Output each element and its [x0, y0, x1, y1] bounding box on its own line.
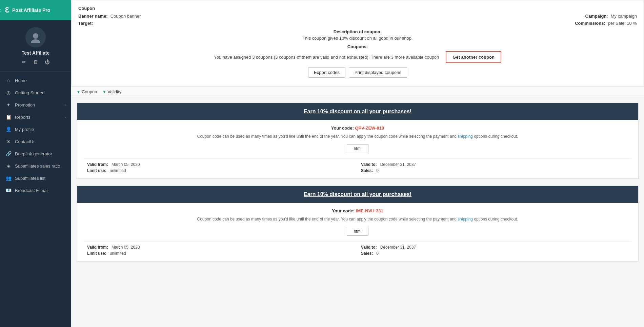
limit-label-2: Limit use: — [87, 251, 106, 256]
coupon-cards-container: Earn 10% discount on all your purchases!… — [71, 97, 644, 274]
sidebar-item-home[interactable]: ⌂ Home — [0, 74, 71, 86]
valid-to-label-2: Valid to: — [361, 245, 377, 250]
sidebar-header: ‹ ℇ Post Affiliate Pro — [0, 0, 71, 20]
sidebar-item-getting-started[interactable]: ◎ Getting Started — [0, 86, 71, 99]
html-btn-row-1: html — [84, 144, 631, 153]
sidebar-item-label: Broadcast E-mail — [15, 188, 66, 193]
profile-icon: 👤 — [5, 127, 12, 132]
sales-value-2: 0 — [376, 251, 379, 256]
limit-use-row-2: Limit use: unlimited — [87, 251, 354, 256]
valid-to-value-2: December 31, 2037 — [380, 245, 416, 250]
coupon-col-label: Coupon — [82, 89, 97, 94]
sales-row-1: Sales: 0 — [361, 168, 628, 173]
banner-name-value: Coupon banner — [110, 14, 141, 19]
limit-use-row-1: Limit use: unlimited — [87, 168, 354, 173]
info-row-1: Banner name: Coupon banner Campaign: My … — [78, 14, 637, 19]
email-icon: 📧 — [5, 188, 12, 193]
validity-col-label: Validity — [107, 89, 121, 94]
coupon-info-panel: Coupon Banner name: Coupon banner Campai… — [71, 0, 644, 86]
validity-column-header[interactable]: ▼ Validity — [102, 89, 121, 94]
logo-icon: ℇ — [5, 6, 9, 14]
coupon-banner-2: Earn 10% discount on all your purchases! — [77, 186, 638, 203]
shipping-link-1[interactable]: shipping — [458, 134, 473, 139]
valid-to-label-1: Valid to: — [361, 162, 377, 167]
sidebar-item-label: Home — [15, 78, 66, 83]
html-btn-row-2: html — [84, 227, 631, 236]
sidebar-item-label: Subaffiliates list — [15, 176, 66, 181]
home-icon: ⌂ — [5, 78, 12, 83]
sidebar-item-promotion[interactable]: ✦ Promotion › — [0, 99, 71, 111]
chevron-down-icon: ▼ — [77, 90, 80, 94]
sidebar-item-label: Promotion — [15, 102, 61, 108]
shipping-link-2[interactable]: shipping — [458, 217, 473, 222]
html-button-1[interactable]: html — [347, 144, 369, 153]
ratio-icon: ◈ — [5, 163, 12, 169]
chevron-right-icon: › — [65, 103, 66, 107]
table-header: ▼ Coupon ▼ Validity — [71, 86, 644, 97]
campaign-label: Campaign: — [585, 14, 608, 19]
coupon-code-line-1: Your code: QPV-ZEW-810 — [84, 126, 631, 131]
target-label: Target: — [78, 21, 93, 26]
coupon-meta-2: Valid from: March 05, 2020 Limit use: un… — [84, 241, 631, 256]
get-another-coupon-button[interactable]: Get another coupon — [446, 51, 501, 63]
meta-col-left-1: Valid from: March 05, 2020 Limit use: un… — [84, 162, 358, 173]
commissions-label: Commissions: — [575, 21, 605, 26]
banner-name-field: Banner name: Coupon banner — [78, 14, 141, 19]
valid-from-label-1: Valid from: — [87, 162, 108, 167]
campaign-value: My campaign — [611, 14, 637, 19]
coupon-section-title: Coupon — [78, 6, 637, 11]
app-title: Post Affiliate Pro — [12, 7, 50, 13]
sidebar-item-contact-us[interactable]: ✉ ContactUs — [0, 135, 71, 148]
getting-started-icon: ◎ — [5, 90, 12, 95]
banner-name-label: Banner name: — [78, 14, 108, 19]
sidebar-item-deeplink-generator[interactable]: 🔗 Deeplink generator — [0, 148, 71, 160]
chevron-down-icon: ▼ — [102, 90, 106, 94]
code-prefix-1: Your code: — [331, 126, 354, 131]
export-codes-button[interactable]: Export codes — [308, 67, 345, 78]
contact-icon: ✉ — [5, 139, 12, 144]
html-button-2[interactable]: html — [347, 227, 369, 236]
print-coupons-button[interactable]: Print displayed coupons — [349, 67, 407, 78]
nav-menu: ⌂ Home ◎ Getting Started ✦ Promotion › 📋… — [0, 72, 71, 327]
avatar — [25, 27, 46, 47]
coupon-body-2: Your code: IME-NVU-331 Coupon code can b… — [77, 203, 638, 261]
user-actions: ✏ 🖥 ⏻ — [22, 59, 50, 65]
valid-to-row-2: Valid to: December 31, 2037 — [361, 245, 628, 250]
coupons-block: Coupons: You have assigned 3 coupons (3 … — [78, 44, 637, 63]
coupon-code-value-1: QPV-ZEW-810 — [355, 126, 384, 131]
sidebar-item-subaffiliates-list[interactable]: 👥 Subaffiliates list — [0, 172, 71, 184]
list-icon: 👥 — [5, 175, 12, 181]
user-name: Test Affiliate — [22, 50, 49, 56]
sidebar-item-broadcast-email[interactable]: 📧 Broadcast E-mail — [0, 184, 71, 196]
sales-label-1: Sales: — [361, 168, 373, 173]
limit-value-2: unlimited — [110, 251, 126, 256]
sidebar-item-label: Reports — [15, 115, 61, 120]
coupon-code-value-2: IME-NVU-331 — [356, 208, 383, 213]
coupon-banner-link-2[interactable]: Earn 10% discount on all your purchases! — [304, 191, 411, 197]
valid-to-value-1: December 31, 2037 — [380, 162, 416, 167]
coupon-description-1: Coupon code can be used as many times as… — [84, 133, 631, 139]
coupon-column-header[interactable]: ▼ Coupon — [77, 89, 97, 94]
coupon-description-2: Coupon code can be used as many times as… — [84, 216, 631, 222]
svg-point-0 — [33, 33, 38, 39]
limit-value-1: unlimited — [110, 168, 126, 173]
info-row-2: Target: Commissions: per Sale: 10 % — [78, 21, 637, 26]
coupon-body-1: Your code: QPV-ZEW-810 Coupon code can b… — [77, 120, 638, 178]
monitor-icon[interactable]: 🖥 — [33, 59, 38, 65]
edit-icon[interactable]: ✏ — [22, 59, 26, 65]
campaign-field: Campaign: My campaign — [585, 14, 637, 19]
sidebar-item-my-profile[interactable]: 👤 My profile — [0, 123, 71, 135]
power-icon[interactable]: ⏻ — [45, 59, 50, 65]
valid-from-label-2: Valid from: — [87, 245, 108, 250]
coupons-text: You have assigned 3 coupons (3 coupons o… — [214, 55, 439, 60]
action-buttons: Export codes Print displayed coupons — [78, 67, 637, 78]
sidebar-item-reports[interactable]: 📋 Reports › — [0, 111, 71, 123]
sidebar-item-subaffiliates-sales-ratio[interactable]: ◈ Subaffiliates sales ratio — [0, 160, 71, 172]
user-section: Test Affiliate ✏ 🖥 ⏻ — [0, 20, 71, 72]
description-block: Description of coupon: This coupon gives… — [78, 29, 637, 41]
valid-from-value-2: March 05, 2020 — [112, 245, 140, 250]
back-button[interactable]: ‹ — [0, 5, 5, 15]
commissions-field: Commissions: per Sale: 10 % — [575, 21, 637, 26]
valid-from-value-1: March 05, 2020 — [112, 162, 140, 167]
coupon-banner-link-1[interactable]: Earn 10% discount on all your purchases! — [304, 109, 411, 114]
